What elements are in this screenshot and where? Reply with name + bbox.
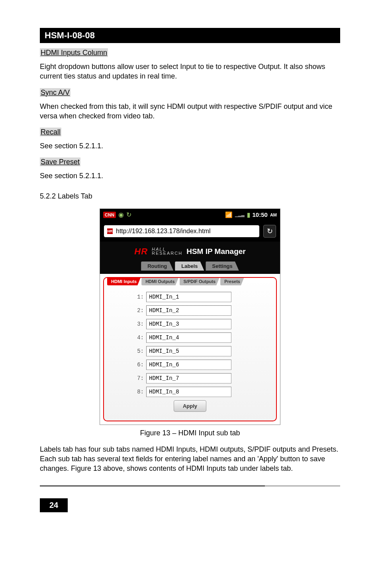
section-text-recall: See section 5.2.1.1.: [40, 141, 340, 151]
url-field[interactable]: HR http://192.168.123.178/index.html: [104, 225, 259, 237]
subtab-hdmi-inputs[interactable]: HDMI Inputs: [107, 277, 141, 285]
field-row-3: 3:: [112, 319, 268, 329]
status-bar: CNN ◉ ↻ 📶 ▁▂▃ ▮ 10:50 AM: [100, 209, 280, 221]
subtab-spdif-outputs-label: S/PDIF Outputs: [184, 279, 216, 284]
section-text-save-preset: See section 5.2.1.1.: [40, 171, 340, 181]
hr-subtext: HALL RESEARCH: [152, 248, 182, 256]
field-index-4: 4:: [137, 334, 144, 341]
section-label-sync-av: Sync A/V: [40, 88, 71, 97]
field-row-2: 2:: [112, 305, 268, 316]
figure-caption: Figure 13 – HDMI Input sub tab: [40, 429, 340, 437]
url-text: http://192.168.123.178/index.html: [116, 228, 211, 235]
field-index-3: 3:: [137, 321, 144, 327]
tab-labels-label: Labels: [181, 263, 198, 269]
input-hdmi-in-8[interactable]: [146, 387, 231, 397]
content-area: HDMI Inputs HDMI Outputs S/PDIF Outputs …: [100, 274, 280, 425]
bottom-paragraph: Labels tab has four sub tabs named HDMI …: [40, 444, 340, 474]
document-title: HSM-I-08-08: [45, 30, 95, 40]
subtab-presets[interactable]: Presets: [220, 277, 244, 285]
field-row-7: 7:: [112, 373, 268, 383]
labels-panel: HDMI Inputs HDMI Outputs S/PDIF Outputs …: [103, 277, 277, 421]
field-row-5: 5:: [112, 346, 268, 356]
status-ampm: AM: [270, 212, 277, 217]
brand-title: HSM IP Manager: [186, 247, 246, 256]
apply-row: Apply: [112, 400, 268, 412]
input-hdmi-in-4[interactable]: [146, 332, 231, 343]
subtab-hdmi-inputs-label: HDMI Inputs: [111, 279, 137, 284]
field-index-1: 1:: [137, 294, 144, 300]
section-label-recall: Recall: [40, 128, 61, 136]
page-number: 24: [40, 498, 68, 512]
input-hdmi-in-1[interactable]: [146, 292, 231, 302]
screenshot-container: CNN ◉ ↻ 📶 ▁▂▃ ▮ 10:50 AM HR http://192.1…: [40, 208, 340, 425]
reload-icon: ↻: [267, 227, 273, 236]
tab-labels[interactable]: Labels: [175, 262, 204, 271]
address-bar: HR http://192.168.123.178/index.html ↻: [100, 221, 280, 242]
label-fields: 1: 2: 3: 4:: [104, 285, 276, 415]
input-hdmi-in-3[interactable]: [146, 319, 231, 329]
field-index-8: 8:: [137, 389, 144, 395]
phone-frame: CNN ◉ ↻ 📶 ▁▂▃ ▮ 10:50 AM HR http://192.1…: [100, 208, 280, 425]
wifi-icon: 📶: [225, 211, 233, 218]
subtab-presets-label: Presets: [224, 279, 240, 284]
sync-icon: ↻: [126, 211, 131, 218]
status-left: CNN ◉ ↻: [103, 211, 131, 218]
input-hdmi-in-2[interactable]: [146, 305, 231, 316]
reload-button[interactable]: ↻: [263, 225, 276, 238]
status-time: 10:50: [253, 211, 268, 218]
tab-routing-label: Routing: [147, 263, 167, 269]
subtab-hdmi-outputs-label: HDMI Outputs: [145, 279, 174, 284]
field-row-4: 4:: [112, 332, 268, 343]
status-right: 📶 ▁▂▃ ▮ 10:50 AM: [225, 211, 277, 218]
section-label-hdmi-inputs: HDMI Inputs Column: [40, 48, 108, 57]
document-title-bar: HSM-I-08-08: [40, 28, 340, 43]
battery-icon: ▮: [247, 211, 250, 218]
field-row-6: 6:: [112, 360, 268, 370]
labels-tab-heading: 5.2.2 Labels Tab: [40, 192, 340, 201]
input-hdmi-in-6[interactable]: [146, 360, 231, 370]
sub-tabs: HDMI Inputs HDMI Outputs S/PDIF Outputs …: [104, 277, 276, 285]
hr-logo: HR: [134, 246, 148, 257]
field-index-2: 2:: [137, 307, 144, 314]
favicon-icon: HR: [107, 228, 113, 234]
tab-settings-label: Settings: [212, 263, 232, 269]
field-index-7: 7:: [137, 375, 144, 382]
signal-icon: ▁▂▃: [235, 212, 245, 217]
section-label-save-preset: Save Preset: [40, 157, 80, 166]
cnn-badge-icon: CNN: [103, 212, 116, 218]
field-row-8: 8:: [112, 387, 268, 397]
field-index-5: 5:: [137, 348, 144, 354]
subtab-spdif-outputs[interactable]: S/PDIF Outputs: [180, 277, 220, 285]
footer-rule: [40, 486, 340, 486]
tab-routing[interactable]: Routing: [141, 262, 173, 271]
hr-sub2: RESEARCH: [152, 252, 182, 256]
main-tabs: Routing Labels Settings: [106, 262, 274, 271]
field-row-1: 1:: [112, 292, 268, 302]
section-text-hdmi-inputs: Eight dropdown buttons allow user to sel…: [40, 62, 340, 81]
section-text-sync-av: When checked from this tab, it will sync…: [40, 102, 340, 121]
field-index-6: 6:: [137, 362, 144, 368]
app-icon: ◉: [118, 211, 124, 218]
input-hdmi-in-5[interactable]: [146, 346, 231, 356]
brand-bar: HR HALL RESEARCH HSM IP Manager Routing …: [100, 242, 280, 274]
input-hdmi-in-7[interactable]: [146, 373, 231, 383]
subtab-hdmi-outputs[interactable]: HDMI Outputs: [141, 277, 178, 285]
apply-button-label: Apply: [183, 403, 197, 409]
apply-button[interactable]: Apply: [174, 400, 206, 412]
tab-settings[interactable]: Settings: [206, 262, 239, 271]
